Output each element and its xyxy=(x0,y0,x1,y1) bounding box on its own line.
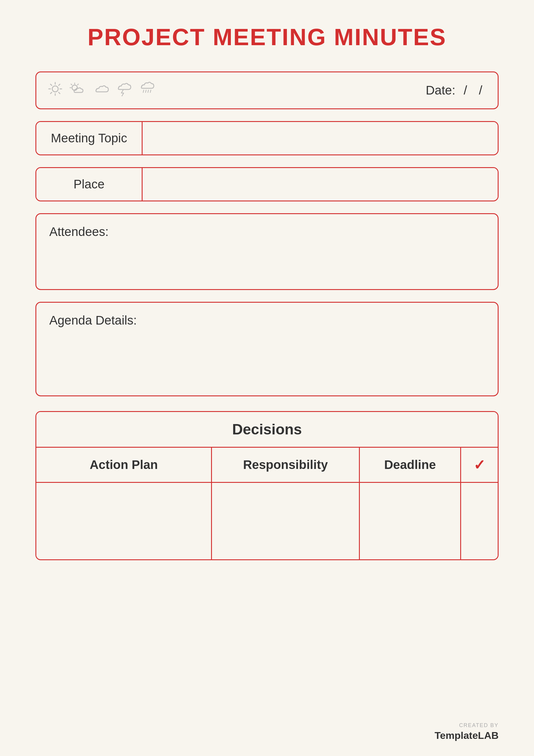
place-input[interactable] xyxy=(143,168,498,201)
meeting-topic-input[interactable] xyxy=(143,122,498,154)
svg-line-5 xyxy=(50,84,52,85)
svg-line-8 xyxy=(50,93,52,94)
responsibility-cell[interactable] xyxy=(212,482,359,559)
date-slash-1: / xyxy=(464,83,467,97)
attendees-box[interactable]: Attendees: xyxy=(36,213,498,290)
check-cell[interactable] xyxy=(461,482,498,559)
svg-line-16 xyxy=(148,90,148,93)
decisions-header-row: Action Plan Responsibility Deadline ✓ xyxy=(36,448,498,482)
col-action-plan-header: Action Plan xyxy=(36,448,212,482)
page: PROJECT MEETING MINUTES xyxy=(0,0,534,756)
thunderstorm-icon xyxy=(116,81,133,100)
place-row: Place xyxy=(36,167,498,202)
deadline-cell[interactable] xyxy=(359,482,461,559)
date-label: Date: xyxy=(426,83,455,97)
col-check-header: ✓ xyxy=(461,448,498,482)
svg-line-15 xyxy=(146,90,146,93)
cloud-icon xyxy=(93,82,110,99)
action-plan-cell[interactable] xyxy=(36,482,212,559)
partly-cloudy-icon xyxy=(69,82,87,99)
date-section: Date: / / xyxy=(426,83,486,97)
agenda-label: Agenda Details: xyxy=(49,313,485,328)
svg-line-12 xyxy=(71,84,72,85)
check-icon: ✓ xyxy=(473,457,485,473)
svg-line-13 xyxy=(78,84,79,85)
agenda-box[interactable]: Agenda Details: xyxy=(36,302,498,396)
attendees-label: Attendees: xyxy=(49,225,485,239)
date-slash-2: / xyxy=(479,83,482,97)
meeting-topic-label: Meeting Topic xyxy=(36,122,143,154)
footer: CREATED BY TemplateLAB xyxy=(435,722,498,741)
svg-line-14 xyxy=(143,90,144,93)
svg-point-0 xyxy=(52,86,58,92)
svg-line-6 xyxy=(59,93,60,94)
footer-brand: TemplateLAB xyxy=(435,730,498,741)
footer-brand-bold: LAB xyxy=(478,730,498,741)
weather-icons xyxy=(48,81,156,100)
footer-created-by: CREATED BY xyxy=(459,722,498,729)
decisions-table: Action Plan Responsibility Deadline ✓ xyxy=(36,448,498,559)
meeting-topic-row: Meeting Topic xyxy=(36,121,498,155)
place-label: Place xyxy=(36,168,143,201)
col-deadline-header: Deadline xyxy=(359,448,461,482)
svg-line-7 xyxy=(59,84,60,85)
page-title: PROJECT MEETING MINUTES xyxy=(36,24,498,51)
sun-icon xyxy=(48,82,62,99)
col-responsibility-header: Responsibility xyxy=(212,448,359,482)
footer-brand-normal: Template xyxy=(435,730,478,741)
rain-icon xyxy=(139,81,156,100)
table-row xyxy=(36,482,498,559)
decisions-container: Decisions Action Plan Responsibility Dea… xyxy=(36,411,498,560)
decisions-header: Decisions xyxy=(36,412,498,448)
svg-line-17 xyxy=(150,90,151,93)
weather-date-row: Date: / / xyxy=(36,71,498,109)
